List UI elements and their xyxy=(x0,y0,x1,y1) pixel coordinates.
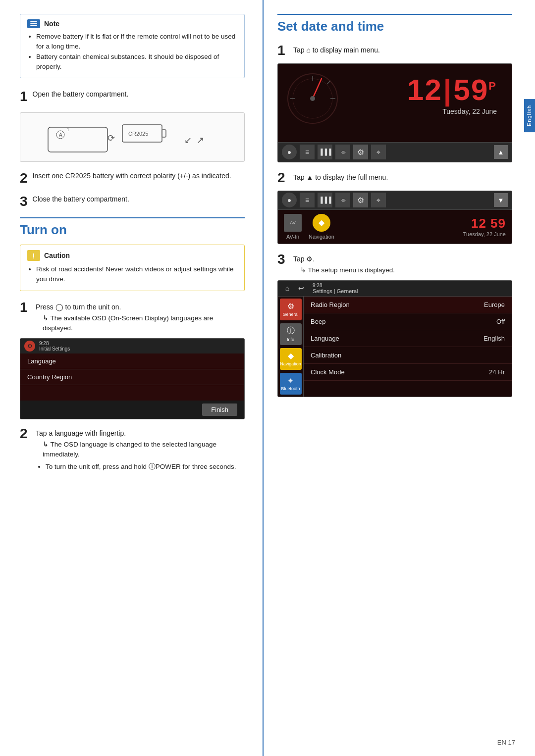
note-icon xyxy=(27,19,40,28)
full-menu-screen: ● ≡ ▐▐▐ ⌯ ⚙ ⌖ ▼ AV AV-In ◆ Navigation 12… xyxy=(277,191,512,244)
setdate-step3: 3 Tap ⚙. The setup menu is displayed. xyxy=(277,252,512,275)
turnon-step1-sub1: The available OSD (On-Screen Display) la… xyxy=(36,313,245,334)
battery-diagram: A 1 CR2025 ⟳ ↙ ↗ xyxy=(20,112,245,162)
battery-step2: 2 Insert one CR2025 battery with correct… xyxy=(20,171,245,188)
settings-row-2: Language English xyxy=(304,330,512,347)
full-menu-top-bar: ● ≡ ▐▐▐ ⌯ ⚙ ⌖ ▼ xyxy=(278,191,512,210)
av-in-label: AV-In xyxy=(286,234,299,240)
step1-num: 1 xyxy=(20,89,28,104)
note-header: Note xyxy=(27,19,237,28)
settings-sidebar: ⚙ General ⓘ Info ◆ Navigation ⌖ Bluetoot… xyxy=(278,297,304,397)
turnon-step1-num: 1 xyxy=(20,300,36,315)
settings-header-icons: ⌂ ↩ xyxy=(282,283,307,294)
settings-row-4: Clock Mode 24 Hr xyxy=(304,364,512,381)
battery-step3: 3 Close the battery compartment. xyxy=(20,194,245,211)
battery-svg: A 1 CR2025 ⟳ ↙ ↗ xyxy=(43,117,221,157)
disc-icon: ● xyxy=(282,145,297,159)
caution-box: ! Caution Risk of road accidents! Never … xyxy=(20,245,245,291)
svg-line-13 xyxy=(327,81,330,84)
menu-lines-icon-2: ≡ xyxy=(300,193,315,207)
navigation-icon: ◆ xyxy=(313,214,330,232)
svg-text:1: 1 xyxy=(67,127,69,132)
svg-text:↙: ↙ xyxy=(184,135,192,145)
info-sidebar-item: ⓘ Info xyxy=(280,323,302,345)
caution-bullet-1: Risk of road accidents! Never watch vide… xyxy=(36,264,237,285)
nav-sidebar-item: ◆ Navigation xyxy=(280,348,302,370)
usb-icon-2: ⌯ xyxy=(335,193,350,207)
setdate-step3-num: 3 xyxy=(277,252,293,267)
finish-button[interactable]: Finish xyxy=(202,403,237,416)
clock-digits: 12|59P xyxy=(407,73,497,107)
svg-rect-0 xyxy=(48,127,107,152)
setdate-step2-text: Tap ▲ to display the full menu. xyxy=(293,172,388,183)
gear-icon-menu: ⚙ xyxy=(353,145,368,159)
gauge-svg xyxy=(283,69,342,128)
svg-rect-5 xyxy=(162,130,166,137)
turnon-step2-text: Tap a language with fingertip. xyxy=(36,428,245,439)
step3-text: Close the battery compartment. xyxy=(33,194,245,204)
setdate-step2-num: 2 xyxy=(277,170,293,186)
screen-row-country: Country Region xyxy=(20,369,244,385)
note-bullet-2: Battery contain chemical substances. It … xyxy=(36,52,237,72)
turnon-step1: 1 Press ◯ to turn the unit on. The avail… xyxy=(20,300,245,334)
setdate-step1-num: 1 xyxy=(277,43,293,58)
settings-row-1: Beep Off xyxy=(304,313,512,330)
turn-on-heading: Turn on xyxy=(20,217,245,238)
screen-row-empty1 xyxy=(20,385,244,401)
arrow-up-icon[interactable]: ▲ xyxy=(494,145,508,159)
clock-small: 12 59 xyxy=(463,216,506,231)
right-column: Set date and time 1 Tap ⌂ to display mai… xyxy=(268,0,530,424)
general-sidebar-item: ⚙ General xyxy=(280,299,302,320)
gear-icon: ⚙ xyxy=(24,341,35,352)
screen-time: 9:28 xyxy=(39,341,70,346)
settings-header: ⌂ ↩ 9:28 Settings | Gerneral xyxy=(278,281,512,297)
signal-icon: ▐▐▐ xyxy=(318,145,332,159)
settings-row-0: Radio Region Europe xyxy=(304,297,512,313)
turnon-step1-text: Press ◯ to turn the unit on. xyxy=(36,302,245,312)
svg-line-16 xyxy=(313,79,321,99)
clock-date-small: Tuesday, 22 June xyxy=(463,231,506,237)
setdate-step3-text: Tap ⚙. xyxy=(293,254,395,264)
setdate-step1: 1 Tap ⌂ to display main menu. xyxy=(277,43,512,58)
settings-rows: Radio Region Europe Beep Off Language En… xyxy=(304,297,512,381)
settings-screen-time: 9:28 xyxy=(313,283,358,288)
note-box: Note Remove battery if it is flat or if … xyxy=(20,14,245,78)
bt-icon-2: ⌖ xyxy=(371,193,386,207)
nav-label: Navigation xyxy=(309,234,334,240)
bt-sidebar-item: ⌖ Bluetooth xyxy=(280,373,302,395)
language-tab: English xyxy=(524,99,535,132)
menu-bar: ● ≡ ▐▐▐ ⌯ ⚙ ⌖ ▲ xyxy=(278,142,512,162)
svg-text:A: A xyxy=(59,132,62,138)
full-menu-bottom: AV AV-In ◆ Navigation 12 59 Tuesday, 22 … xyxy=(278,210,512,244)
column-divider xyxy=(263,0,264,756)
svg-text:⟳: ⟳ xyxy=(107,133,115,143)
setdate-step1-text: Tap ⌂ to display main menu. xyxy=(293,45,380,55)
home-icon: ⌂ xyxy=(282,283,293,294)
caution-icon: ! xyxy=(27,250,40,261)
usb-icon: ⌯ xyxy=(335,145,350,159)
page-footer: EN 17 xyxy=(497,739,515,746)
set-date-heading: Set date and time xyxy=(277,14,512,34)
settings-screen: ⌂ ↩ 9:28 Settings | Gerneral ⚙ General ⓘ… xyxy=(277,280,512,397)
note-bullets-list: Remove battery if it is flat or if the r… xyxy=(27,32,237,72)
left-column: Note Remove battery if it is flat or if … xyxy=(0,0,263,497)
battery-step1: 1 Open the battery compartment. xyxy=(20,89,245,106)
signal-icon-2: ▐▐▐ xyxy=(318,193,332,207)
step1-text: Open the battery compartment. xyxy=(33,89,245,100)
caution-bullets-list: Risk of road accidents! Never watch vide… xyxy=(27,264,237,285)
screen-rows: Language Country Region xyxy=(20,353,244,401)
arrow-down-icon[interactable]: ▼ xyxy=(494,193,508,207)
clock-date: Tuesday, 22 June xyxy=(442,107,497,115)
step2-text: Insert one CR2025 battery with correct p… xyxy=(33,171,245,181)
settings-screen-title: Settings | Gerneral xyxy=(313,288,358,294)
turnon-step2-bullet1: To turn the unit off, press and hold ⒾPO… xyxy=(46,462,245,472)
setdate-step2: 2 Tap ▲ to display the full menu. xyxy=(277,170,512,186)
setdate-step3-sub1: The setup menu is displayed. xyxy=(293,265,395,275)
settings-body: ⚙ General ⓘ Info ◆ Navigation ⌖ Bluetoot… xyxy=(278,297,512,397)
initial-settings-screen: ⚙ 9:28 Initial Settings Language Country… xyxy=(20,338,245,419)
screen-footer: Finish xyxy=(20,401,244,419)
main-clock-screen: 12|59P Tuesday, 22 June ● ≡ ▐▐▐ ⌯ ⚙ ⌖ ▲ xyxy=(277,63,512,162)
svg-point-17 xyxy=(310,96,315,101)
disc-icon-2: ● xyxy=(282,193,297,207)
turnon-step2-num: 2 xyxy=(20,426,36,442)
